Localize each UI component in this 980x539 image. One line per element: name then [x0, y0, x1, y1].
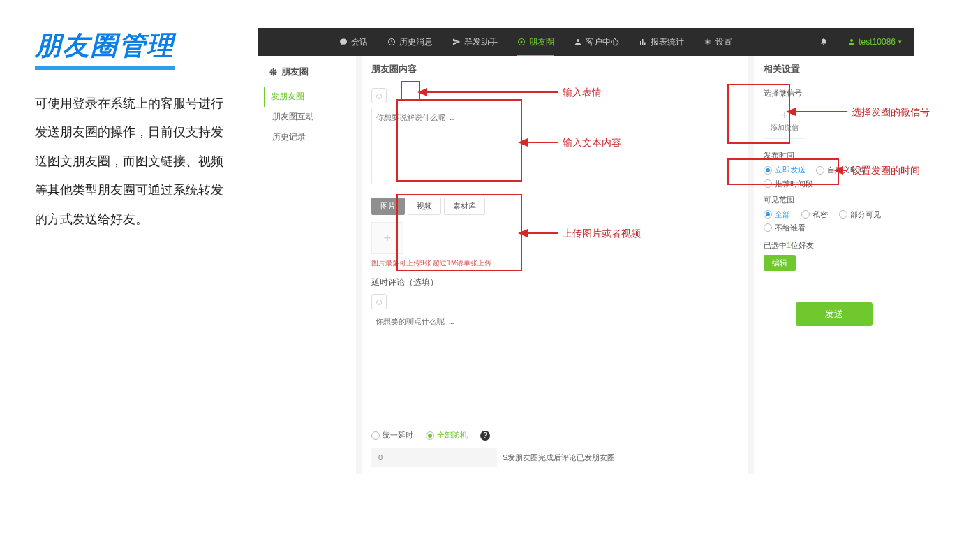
radio-visible-exclude[interactable]: 不给谁看 [764, 223, 905, 233]
nav-settings[interactable]: 设置 [704, 36, 732, 48]
slide-description: 可使用登录在系统上的客服号进行发送朋友圈的操作，目前仅支持发送图文朋友圈，而图文… [35, 89, 230, 234]
radio-immediate[interactable]: 立即发送 [764, 165, 805, 175]
radio-custom-time[interactable]: 自定义时间 [816, 165, 866, 175]
chart-icon [639, 38, 647, 46]
send-button[interactable]: 发送 [796, 302, 873, 326]
app-window: 会话 历史消息 群发助手 朋友圈 客户中心 [258, 28, 914, 474]
selected-friends: 已选中1位好友 [764, 240, 905, 251]
clock-icon [387, 38, 396, 46]
svg-point-3 [577, 39, 579, 42]
radio-uniform-label: 统一延时 [383, 430, 413, 441]
delay-comment-title: 延时评论（选填） [371, 276, 738, 288]
radio-random-delay[interactable]: 全部随机 [426, 430, 468, 441]
main-title: 朋友圈内容 [371, 63, 738, 81]
radio-random-label: 全部随机 [437, 430, 468, 441]
add-image-button[interactable]: + [371, 222, 403, 254]
radio-uniform-delay[interactable]: 统一延时 [371, 430, 413, 441]
tab-library[interactable]: 素材库 [444, 198, 485, 215]
help-icon[interactable]: ? [480, 431, 490, 441]
sidebar-header: ❊ 朋友圈 [269, 66, 345, 78]
svg-point-5 [850, 39, 853, 42]
nav-history[interactable]: 历史消息 [387, 36, 433, 48]
sidebar: ❊ 朋友圈 发朋友圈 朋友圈互动 历史记录 [258, 56, 356, 474]
send-icon [452, 38, 461, 46]
nav-session[interactable]: 会话 [339, 36, 368, 48]
radio-visible-private[interactable]: 私密 [801, 209, 828, 220]
nav-history-label: 历史消息 [399, 36, 433, 48]
chat-icon [339, 38, 348, 46]
emoji-button[interactable]: ☺ [371, 88, 387, 103]
user-menu[interactable]: test10086 ▾ [847, 37, 902, 47]
nav-moments-label: 朋友圈 [529, 36, 554, 48]
settings-title: 相关设置 [764, 63, 905, 81]
settings-panel: 相关设置 选择微信号 + 添加微信 发布时间 立即发送 自定义时间 推荐时 [754, 56, 914, 474]
nav-session-label: 会话 [351, 36, 368, 48]
radio-partial-label: 部分可见 [850, 209, 881, 220]
moments-icon [517, 38, 526, 46]
select-wx-label: 选择微信号 [764, 88, 905, 98]
nav-settings-label: 设置 [715, 36, 732, 48]
radio-exclude-label: 不给谁看 [775, 223, 805, 233]
delay-suffix: S发朋友圈完成后评论已发朋友圈 [503, 452, 615, 463]
edit-button[interactable]: 编辑 [764, 255, 796, 271]
radio-visible-partial[interactable]: 部分可见 [839, 209, 881, 220]
nav-reports[interactable]: 报表统计 [639, 36, 684, 48]
nav-customer-label: 客户中心 [586, 36, 619, 48]
radio-recommend-time[interactable]: 推荐时间段 [764, 179, 905, 189]
delay-emoji-button[interactable]: ☺ [371, 294, 387, 309]
tab-video[interactable]: 视频 [408, 198, 441, 215]
add-wechat-label: 添加微信 [771, 123, 799, 133]
nav-customer[interactable]: 客户中心 [574, 36, 619, 48]
gear-icon [704, 38, 712, 46]
moments-icon: ❊ [269, 67, 277, 77]
delay-comment-textarea[interactable] [371, 312, 738, 330]
svg-point-2 [521, 41, 523, 43]
nav-broadcast-label: 群发助手 [464, 36, 498, 48]
visible-scope-label: 可见范围 [764, 195, 905, 205]
nav-reports-label: 报表统计 [651, 36, 684, 48]
plus-icon: + [781, 109, 787, 121]
main-content: 朋友圈内容 ☺ 图片 视频 素材库 + 图片最多可上传9张 超过1M请单张上传 [362, 56, 748, 474]
publish-time-label: 发布时间 [764, 150, 905, 161]
user-name: test10086 [859, 37, 896, 47]
top-nav: 会话 历史消息 群发助手 朋友圈 客户中心 [258, 28, 914, 56]
delay-seconds-input[interactable] [371, 448, 497, 467]
radio-custom-label: 自定义时间 [827, 165, 866, 175]
user-icon [574, 38, 582, 46]
radio-private-label: 私密 [812, 209, 828, 220]
radio-recommend-label: 推荐时间段 [775, 179, 813, 189]
sidebar-item-interact[interactable]: 朋友圈互动 [269, 107, 345, 127]
radio-immediate-label: 立即发送 [775, 165, 805, 175]
add-wechat-button[interactable]: + 添加微信 [764, 103, 805, 139]
avatar-icon [847, 38, 856, 46]
nav-broadcast[interactable]: 群发助手 [452, 36, 498, 48]
bell-icon[interactable] [819, 37, 828, 47]
sidebar-header-label: 朋友圈 [281, 66, 309, 78]
tab-image[interactable]: 图片 [371, 198, 405, 215]
radio-all-label: 全部 [775, 209, 790, 220]
slide-title: 朋友圈管理 [35, 28, 175, 70]
chevron-down-icon: ▾ [898, 38, 902, 45]
sidebar-item-history[interactable]: 历史记录 [269, 127, 345, 147]
image-hint: 图片最多可上传9张 超过1M请单张上传 [371, 258, 738, 268]
radio-visible-all[interactable]: 全部 [764, 209, 790, 220]
nav-moments[interactable]: 朋友圈 [517, 36, 554, 57]
content-textarea[interactable] [371, 108, 738, 184]
sidebar-item-post[interactable]: 发朋友圈 [264, 87, 345, 107]
